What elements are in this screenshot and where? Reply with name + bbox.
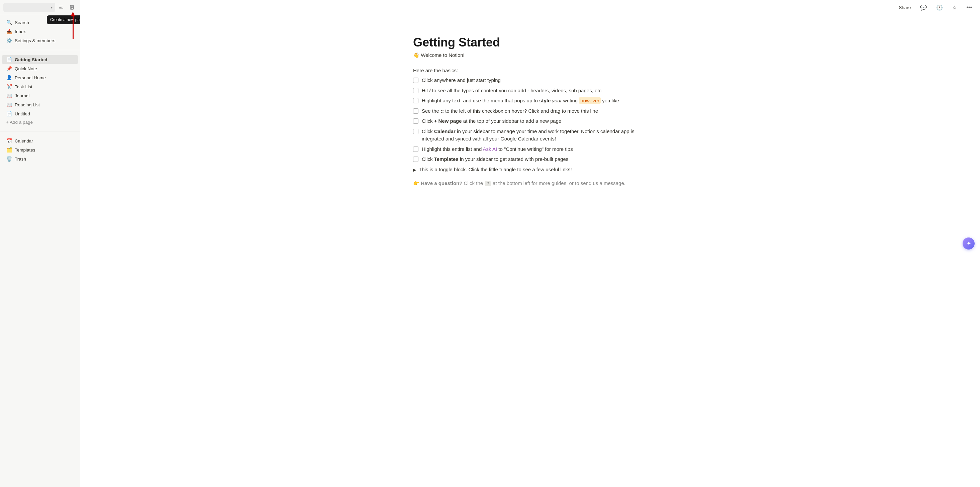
quick-note-icon: 📌 (6, 65, 12, 72)
ai-sparkle-button[interactable]: ✦ (963, 237, 975, 250)
page-content: Getting Started 👋 Welcome to Notion! Her… (380, 15, 681, 487)
checklist-item-3: Highlight any text, and use the menu tha… (413, 97, 647, 105)
sparkle-icon: ✦ (966, 240, 971, 247)
new-page-icon (70, 5, 74, 10)
sidebar-item-quick-note-label: Quick Note (15, 66, 37, 71)
svg-rect-1 (59, 7, 62, 8)
checklist-text-7: Highlight this entire list and Ask AI to… (422, 145, 647, 153)
new-page-button[interactable] (67, 3, 76, 12)
svg-rect-2 (59, 9, 63, 10)
toggle-text: This is a toggle block. Click the little… (419, 167, 572, 172)
checklist-text-4: See the :: to the left of this checkbox … (422, 107, 647, 115)
question-badge: ? (485, 181, 491, 186)
sidebar-item-calendar-label: Calendar (15, 138, 33, 143)
sidebar-item-inbox[interactable]: 📥 Inbox (2, 27, 78, 36)
sidebar-item-templates-label: Templates (15, 148, 35, 153)
star-icon: ☆ (952, 4, 957, 11)
checklist-text-1: Click anywhere and just start typing (422, 76, 647, 84)
inbox-icon: 📥 (6, 29, 12, 35)
checkbox-4[interactable] (413, 108, 418, 114)
basics-label: Here are the basics: (413, 68, 647, 73)
sidebar-top-nav: 🔍 Search 📥 Inbox ⚙️ Settings & members (0, 15, 80, 48)
settings-icon: ⚙️ (6, 37, 12, 43)
checklist-item-2: Hit / to see all the types of content yo… (413, 87, 647, 95)
checklist-item-4: See the :: to the left of this checkbox … (413, 107, 647, 115)
sidebar-item-search[interactable]: 🔍 Search (2, 18, 78, 27)
journal-icon: 📖 (6, 93, 12, 99)
sidebar-item-untitled-label: Untitled (15, 111, 30, 116)
checklist-item-1: Click anywhere and just start typing (413, 76, 647, 84)
checklist-text-5: Click + New page at the top of your side… (422, 118, 647, 125)
checklist-item-5: Click + New page at the top of your side… (413, 118, 647, 125)
sidebar-item-reading-list[interactable]: 📖 Reading List (2, 100, 78, 109)
sidebar-item-personal-home[interactable]: 👤 Personal Home (2, 73, 78, 82)
checkbox-2[interactable] (413, 88, 418, 93)
sidebar-item-journal-label: Journal (15, 93, 29, 98)
main-area: Share 💬 🕐 ☆ ••• Getting Started 👋 Welcom… (80, 0, 980, 487)
add-page-label: + Add a page (6, 120, 33, 125)
comment-button[interactable]: 💬 (918, 3, 929, 12)
history-button[interactable]: 🕐 (934, 3, 945, 12)
checklist-item-8: Click Templates in your sidebar to get s… (413, 156, 647, 163)
sidebar-item-trash-label: Trash (15, 156, 26, 162)
untitled-icon: 📄 (6, 111, 12, 117)
workspace-selector[interactable]: ▾ (3, 3, 55, 12)
checkbox-7[interactable] (413, 146, 418, 152)
getting-started-icon: 📄 (6, 57, 12, 62)
collapse-sidebar-button[interactable] (57, 3, 66, 12)
sidebar-item-inbox-label: Inbox (15, 29, 26, 34)
page-subtitle: 👋 Welcome to Notion! (413, 52, 647, 58)
more-button[interactable]: ••• (964, 3, 975, 12)
templates-icon: 🗂️ (6, 147, 12, 153)
checkbox-8[interactable] (413, 156, 418, 162)
checklist-item-6: Click Calendar in your sidebar to manage… (413, 128, 647, 143)
sidebar-header: ▾ Create a new page (0, 0, 80, 15)
sidebar-item-calendar[interactable]: 📅 Calendar (2, 137, 78, 145)
sidebar-item-getting-started-label: Getting Started (15, 57, 48, 62)
page-title: Getting Started (413, 35, 647, 49)
ask-ai-link[interactable]: Ask AI (483, 146, 497, 152)
topbar: Share 💬 🕐 ☆ ••• (80, 0, 980, 15)
checkbox-1[interactable] (413, 78, 418, 83)
share-button[interactable]: Share (896, 4, 913, 11)
checklist-text-2: Hit / to see all the types of content yo… (422, 87, 647, 95)
sidebar-item-trash[interactable]: 🗑️ Trash (2, 154, 78, 163)
checkbox-5[interactable] (413, 118, 418, 124)
sidebar-item-getting-started[interactable]: 📄 Getting Started (2, 55, 78, 64)
collapse-icon (59, 5, 64, 10)
sidebar-item-task-list-label: Task List (15, 84, 32, 89)
workspace-arrow-icon: ▾ (51, 6, 52, 10)
more-icon: ••• (966, 4, 972, 10)
sidebar: ▾ Create a new page 🔍 (0, 0, 80, 487)
checklist-item-7: Highlight this entire list and Ask AI to… (413, 145, 647, 153)
checklist-text-3: Highlight any text, and use the menu tha… (422, 97, 647, 105)
sidebar-item-settings-label: Settings & members (15, 38, 56, 43)
trash-icon: 🗑️ (6, 156, 12, 162)
svg-rect-0 (59, 6, 63, 6)
reading-list-icon: 📖 (6, 102, 12, 108)
sidebar-item-untitled[interactable]: 📄 Untitled (2, 109, 78, 118)
add-page-button[interactable]: + Add a page (2, 118, 78, 126)
sidebar-item-quick-note[interactable]: 📌 Quick Note (2, 64, 78, 73)
search-icon: 🔍 (6, 19, 12, 25)
sidebar-divider-1 (0, 50, 80, 50)
sidebar-item-templates[interactable]: 🗂️ Templates (2, 145, 78, 154)
comment-icon: 💬 (920, 4, 927, 11)
share-label: Share (899, 5, 911, 10)
sidebar-item-task-list[interactable]: ✂️ Task List (2, 82, 78, 91)
checklist-text-6: Click Calendar in your sidebar to manage… (422, 128, 647, 143)
checklist-text-8: Click Templates in your sidebar to get s… (422, 156, 647, 163)
sidebar-item-search-label: Search (15, 20, 29, 25)
footer-note: 👉 Have a question? Click the ? at the bo… (413, 180, 647, 186)
sidebar-bottom-nav: 📅 Calendar 🗂️ Templates 🗑️ Trash (0, 134, 80, 166)
sidebar-item-journal[interactable]: 📖 Journal (2, 91, 78, 100)
sidebar-item-personal-home-label: Personal Home (15, 75, 46, 80)
personal-home-icon: 👤 (6, 75, 12, 81)
favorite-button[interactable]: ☆ (950, 3, 959, 12)
checkbox-3[interactable] (413, 98, 418, 103)
calendar-icon: 📅 (6, 138, 12, 144)
clock-icon: 🕐 (936, 4, 943, 11)
checkbox-6[interactable] (413, 129, 418, 134)
sidebar-item-settings[interactable]: ⚙️ Settings & members (2, 36, 78, 45)
toggle-arrow-icon[interactable]: ▶ (413, 167, 416, 172)
